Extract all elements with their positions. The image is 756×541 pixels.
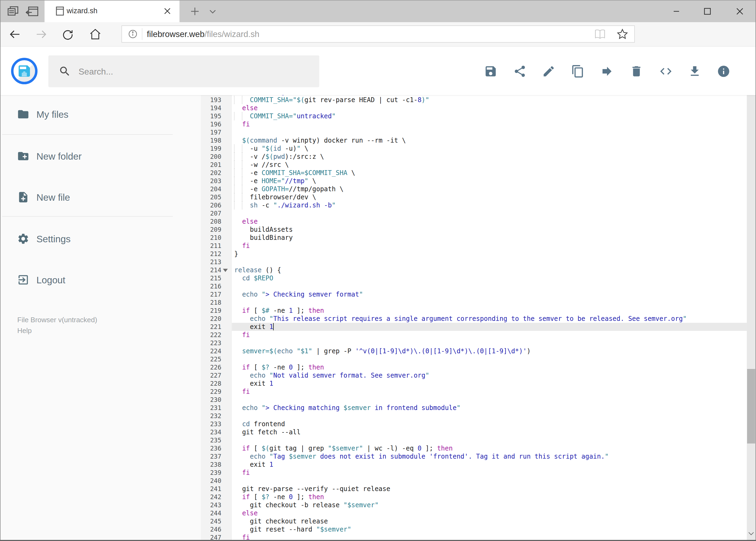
window-minimize-button[interactable]: [667, 5, 686, 17]
code-line[interactable]: 205 filebrowser/dev \: [201, 193, 747, 201]
filebrowser-logo[interactable]: [11, 58, 38, 84]
address-bar[interactable]: filebrowser.web/files/wizard.sh: [122, 25, 635, 43]
window-close-button[interactable]: [730, 5, 749, 17]
code-line[interactable]: 221 exit 1: [201, 323, 747, 331]
code-line[interactable]: 212}: [201, 250, 747, 258]
code-line[interactable]: 231 echo "> Checking matching $semver in…: [201, 404, 747, 412]
tab-close-icon[interactable]: [163, 6, 172, 16]
copy-button[interactable]: [571, 65, 585, 78]
code-line[interactable]: 217 echo "> Checking semver format": [201, 290, 747, 298]
code-line[interactable]: 214release () {: [201, 266, 747, 274]
code-line[interactable]: 215 cd $REPO: [201, 274, 747, 282]
code-line[interactable]: 230: [201, 396, 747, 404]
line-number: 228: [201, 379, 221, 387]
line-number: 215: [201, 274, 221, 282]
browser-tab[interactable]: wizard.sh: [45, 0, 179, 22]
delete-button[interactable]: [630, 65, 643, 78]
tab-preview-icon[interactable]: [6, 5, 21, 17]
code-line[interactable]: 206 sh -c "./wizard.sh -b": [201, 201, 747, 209]
tab-list-chevron-icon[interactable]: [207, 8, 219, 16]
download-button[interactable]: [688, 65, 701, 78]
fold-marker-icon[interactable]: [223, 269, 228, 272]
code-line[interactable]: 227 echo "Not valid semver format. See s…: [201, 371, 747, 379]
code-line[interactable]: 233 cd frontend: [201, 420, 747, 428]
set-tabs-aside-icon[interactable]: [25, 5, 40, 17]
code-line[interactable]: 198 $(command -v winpty) docker run --rm…: [201, 136, 747, 145]
code-editor[interactable]: 192 if [ -d ".git" ]; then193 COMMIT_SHA…: [201, 94, 747, 541]
share-button[interactable]: [513, 65, 527, 78]
back-icon[interactable]: [9, 28, 21, 41]
code-line[interactable]: 245 git checkout release: [201, 517, 747, 525]
reading-view-icon[interactable]: [594, 29, 606, 39]
code-line[interactable]: 197: [201, 128, 747, 136]
code-line[interactable]: 210 buildBinary: [201, 234, 747, 242]
scrollbar-thumb[interactable]: [747, 369, 755, 443]
sidebar-item-settings[interactable]: Settings: [0, 227, 194, 252]
code-line[interactable]: 238 exit 1: [201, 460, 747, 469]
sidebar-item-new-folder[interactable]: New folder: [0, 145, 194, 169]
search-input[interactable]: [78, 55, 311, 88]
code-line[interactable]: 193 COMMIT_SHA="$(git rev-parse HEAD | c…: [201, 96, 747, 104]
code-line[interactable]: 220 echo "This release script requires a…: [201, 315, 747, 323]
window-maximize-button[interactable]: [698, 5, 717, 17]
code-line[interactable]: 241 git rev-parse --verify --quiet relea…: [201, 485, 747, 493]
code-line[interactable]: 246 git reset --hard "$semver": [201, 525, 747, 533]
code-line[interactable]: 211 fi: [201, 242, 747, 250]
code-line[interactable]: 216: [201, 282, 747, 290]
code-line[interactable]: 202 -e COMMIT_SHA=$COMMIT_SHA \: [201, 169, 747, 177]
code-line[interactable]: 235: [201, 436, 747, 444]
code-line[interactable]: 196 fi: [201, 120, 747, 128]
help-link[interactable]: Help: [17, 325, 97, 336]
code-line[interactable]: 224 semver=$(echo "$1" | grep -P '^v(0|[…: [201, 347, 747, 355]
code-line[interactable]: 232: [201, 412, 747, 420]
line-number: 194: [201, 104, 221, 112]
edit-button[interactable]: [542, 65, 556, 78]
code-line[interactable]: 219 if [ $# -ne 1 ]; then: [201, 306, 747, 315]
code-line[interactable]: 237 echo "Tag $semver does not exist in …: [201, 452, 747, 460]
info-button[interactable]: [717, 65, 730, 78]
code-line[interactable]: 222 fi: [201, 331, 747, 339]
code-line[interactable]: 209 buildAssets: [201, 226, 747, 234]
sidebar-item-logout[interactable]: Logout: [0, 268, 194, 292]
code-line[interactable]: 234 git fetch --all: [201, 428, 747, 436]
raw-code-button[interactable]: [659, 65, 672, 78]
code-line[interactable]: 226 if [ $? -ne 0 ]; then: [201, 363, 747, 371]
code-line[interactable]: 218: [201, 298, 747, 306]
code-line[interactable]: 239 fi: [201, 469, 747, 477]
vertical-scrollbar[interactable]: [747, 49, 755, 540]
forward-icon[interactable]: [35, 28, 48, 41]
code-line[interactable]: 213: [201, 258, 747, 266]
code-line[interactable]: 194 else: [201, 104, 747, 112]
favorite-star-icon[interactable]: [617, 28, 629, 40]
code-line[interactable]: 207: [201, 209, 747, 218]
code-line[interactable]: 204 -e GOPATH=//tmp/gopath \: [201, 185, 747, 193]
code-line[interactable]: 225: [201, 355, 747, 363]
move-button[interactable]: [600, 65, 614, 78]
scroll-down-icon[interactable]: [747, 530, 755, 537]
code-line[interactable]: 203 -e HOME="//tmp" \: [201, 177, 747, 185]
code-line[interactable]: 242 if [ $? -ne 0 ]; then: [201, 493, 747, 501]
code-line[interactable]: 229 fi: [201, 387, 747, 396]
code-text: else: [234, 104, 258, 112]
code-line[interactable]: 199 -u "$(id -u)" \: [201, 145, 747, 153]
code-line[interactable]: 244 else: [201, 509, 747, 517]
code-line[interactable]: 208 else: [201, 218, 747, 226]
code-line[interactable]: 236 if [ $(git tag | grep "$semver" | wc…: [201, 444, 747, 452]
refresh-icon[interactable]: [62, 28, 74, 41]
code-line[interactable]: 243 git checkout -b release "$semver": [201, 501, 747, 509]
code-line[interactable]: 228 exit 1: [201, 379, 747, 387]
sidebar-item-new-file[interactable]: New file: [0, 186, 194, 210]
home-icon[interactable]: [89, 28, 102, 41]
code-line[interactable]: 200 -v /$(pwd):/src:z \: [201, 153, 747, 161]
code-line[interactable]: 240: [201, 477, 747, 485]
code-line[interactable]: 195 COMMIT_SHA="untracked": [201, 112, 747, 120]
code-line[interactable]: 223: [201, 339, 747, 347]
line-number: 209: [201, 226, 221, 234]
save-button[interactable]: [484, 65, 497, 78]
code-line[interactable]: 201 -w //src \: [201, 161, 747, 169]
line-number: 242: [201, 493, 221, 501]
sidebar-item-my-files[interactable]: My files: [0, 103, 194, 127]
site-info-icon[interactable]: [128, 29, 137, 39]
search-box[interactable]: [48, 55, 319, 87]
new-tab-button[interactable]: [189, 6, 201, 17]
